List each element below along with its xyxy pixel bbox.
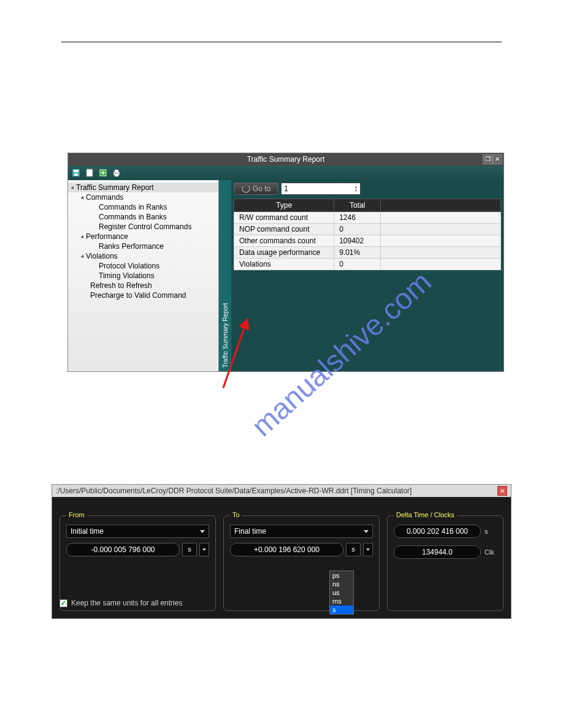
goto-reload-icon bbox=[242, 184, 250, 193]
tree-timing-violations[interactable]: Timing Violations bbox=[68, 271, 218, 281]
unit-option-ps[interactable]: ps bbox=[330, 571, 353, 580]
document-icon[interactable] bbox=[84, 167, 95, 178]
tree-precharge[interactable]: Precharge to Valid Command bbox=[68, 290, 218, 300]
svg-rect-2 bbox=[74, 173, 78, 176]
window-restore-icon[interactable]: ❐ bbox=[483, 154, 492, 164]
vertical-tab[interactable]: Traffic Summary Report bbox=[219, 180, 231, 371]
svg-rect-7 bbox=[115, 174, 118, 176]
report-tree[interactable]: Traffic Summary Report Commands Commands… bbox=[68, 180, 219, 371]
tree-ranks-performance[interactable]: Ranks Performance bbox=[68, 241, 218, 251]
from-unit[interactable]: s bbox=[182, 543, 197, 556]
to-unit[interactable]: s bbox=[346, 543, 361, 556]
spinner-arrows-icon[interactable]: ▲▼ bbox=[354, 185, 358, 192]
save-icon[interactable] bbox=[71, 167, 82, 178]
from-fieldset: From Initial time -0.000 005 796 000 s bbox=[59, 515, 216, 611]
goto-value-input[interactable]: 1 ▲▼ bbox=[281, 183, 361, 195]
svg-rect-6 bbox=[115, 170, 118, 172]
timing-titlebar: :/Users/Public/Documents/LeCroy/DDR Prot… bbox=[52, 485, 511, 497]
goto-button[interactable]: Go to bbox=[234, 183, 278, 195]
delta-clocks-value: 134944.0 bbox=[394, 545, 481, 559]
tree-register-control[interactable]: Register Control Commands bbox=[68, 222, 218, 232]
to-unit-dropdown[interactable] bbox=[363, 543, 373, 556]
table-row[interactable]: Data usage performance9.01% bbox=[234, 247, 501, 259]
unit-option-us[interactable]: us bbox=[330, 588, 353, 597]
from-legend: From bbox=[66, 511, 87, 518]
summary-table: Type Total R/W command count1246 NOP com… bbox=[234, 199, 501, 270]
table-header-row: Type Total bbox=[234, 199, 501, 212]
svg-rect-3 bbox=[86, 169, 93, 176]
tree-commands-banks[interactable]: Commands in Banks bbox=[68, 212, 218, 222]
table-row[interactable]: Violations0 bbox=[234, 259, 501, 270]
report-content: Go to 1 ▲▼ Type Total R/W command count1… bbox=[231, 180, 504, 371]
to-value-input[interactable]: +0.000 196 620 000 bbox=[230, 543, 343, 556]
checkbox-icon[interactable]: ✓ bbox=[59, 599, 67, 607]
panel-toolbar bbox=[68, 165, 504, 180]
table-row[interactable]: NOP command count0 bbox=[234, 224, 501, 235]
tree-performance[interactable]: Performance bbox=[68, 232, 218, 241]
print-icon[interactable] bbox=[111, 167, 122, 178]
delta-time-unit: s bbox=[484, 528, 497, 535]
table-row[interactable]: R/W command count1246 bbox=[234, 212, 501, 224]
col-total: Total bbox=[334, 199, 381, 212]
panel-title: Traffic Summary Report bbox=[247, 155, 325, 164]
svg-rect-1 bbox=[74, 170, 79, 172]
to-fieldset: To Final time +0.000 196 620 000 s bbox=[223, 515, 380, 611]
to-legend: To bbox=[230, 511, 242, 518]
timing-title: :/Users/Public/Documents/LeCroy/DDR Prot… bbox=[56, 487, 412, 495]
export-icon[interactable] bbox=[98, 167, 109, 178]
timing-calculator-panel: :/Users/Public/Documents/LeCroy/DDR Prot… bbox=[52, 484, 511, 619]
tree-protocol-violations[interactable]: Protocol Violations bbox=[68, 261, 218, 271]
from-select[interactable]: Initial time bbox=[66, 525, 209, 538]
delta-clocks-unit: Clk bbox=[484, 548, 497, 556]
delta-time-value: 0.000 202 416 000 bbox=[394, 525, 481, 538]
unit-option-s[interactable]: s bbox=[330, 605, 353, 614]
unit-option-ns[interactable]: ns bbox=[330, 580, 353, 588]
unit-option-ms[interactable]: ms bbox=[330, 597, 353, 605]
close-icon[interactable]: ✕ bbox=[497, 486, 507, 496]
delta-fieldset: Delta Time / Clocks 0.000 202 416 000 s … bbox=[387, 515, 504, 611]
chevron-down-icon bbox=[364, 530, 369, 533]
chevron-down-icon bbox=[366, 548, 370, 551]
traffic-summary-panel: Traffic Summary Report ❐ ✕ Traffic Summa… bbox=[67, 153, 504, 372]
tree-root[interactable]: Traffic Summary Report bbox=[68, 183, 218, 192]
tree-commands[interactable]: Commands bbox=[68, 192, 218, 202]
panel-titlebar: Traffic Summary Report ❐ ✕ bbox=[68, 153, 504, 165]
tree-refresh[interactable]: Refresh to Refresh bbox=[68, 281, 218, 290]
col-type: Type bbox=[234, 199, 334, 212]
horizontal-rule bbox=[61, 42, 502, 42]
keep-units-label: Keep the same units for all entries bbox=[71, 599, 182, 607]
keep-units-checkbox[interactable]: ✓ Keep the same units for all entries bbox=[59, 599, 182, 607]
from-value-input[interactable]: -0.000 005 796 000 bbox=[66, 543, 180, 556]
goto-label: Go to bbox=[253, 184, 270, 193]
chevron-down-icon bbox=[200, 530, 205, 533]
col-blank bbox=[381, 199, 501, 212]
tree-commands-ranks[interactable]: Commands in Ranks bbox=[68, 202, 218, 212]
unit-dropdown-list[interactable]: ps ns us ms s bbox=[329, 571, 354, 615]
delta-legend: Delta Time / Clocks bbox=[394, 511, 457, 518]
window-close-icon[interactable]: ✕ bbox=[492, 154, 502, 164]
chevron-down-icon bbox=[202, 548, 206, 551]
table-row[interactable]: Other commands count109402 bbox=[234, 235, 501, 247]
to-select[interactable]: Final time bbox=[230, 525, 373, 538]
tree-violations[interactable]: Violations bbox=[68, 251, 218, 261]
from-unit-dropdown[interactable] bbox=[199, 543, 209, 556]
